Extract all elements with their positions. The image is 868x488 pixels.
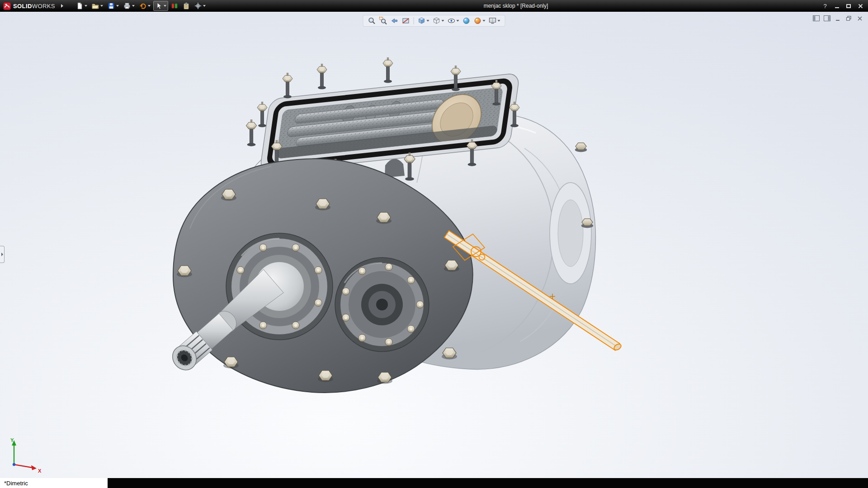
titlebar-controls: ? — [821, 0, 864, 12]
maximize-icon — [846, 4, 851, 8]
toolbar-separator — [414, 17, 414, 24]
dropdown-caret[interactable] — [427, 20, 429, 22]
graphics-viewport[interactable]: Y X — [0, 12, 868, 478]
select-cursor-icon — [155, 2, 162, 9]
triad-x-label: X — [38, 468, 42, 474]
apply-scene-button[interactable] — [473, 16, 486, 25]
dropdown-caret[interactable] — [457, 20, 459, 22]
doc-close-button[interactable] — [856, 15, 863, 22]
dropdown-caret[interactable] — [116, 5, 119, 7]
view-orientation-button[interactable] — [417, 16, 430, 25]
display-style-button[interactable] — [432, 16, 445, 25]
view-settings-button[interactable] — [488, 16, 501, 25]
maximize-button[interactable] — [844, 2, 853, 10]
gear-icon — [194, 2, 202, 9]
dropdown-caret[interactable] — [85, 5, 87, 7]
clipboard-icon — [183, 2, 190, 9]
dropdown-caret[interactable] — [498, 20, 500, 22]
view-settings-icon — [489, 17, 497, 25]
print-button[interactable] — [122, 1, 137, 11]
solidworks-app: { "titlebar": { "brand": { "bold": "SOLI… — [0, 0, 868, 488]
save-button[interactable] — [106, 1, 121, 11]
minimize-icon — [835, 7, 839, 8]
dropdown-caret[interactable] — [148, 5, 151, 7]
hide-show-items-button[interactable] — [447, 16, 460, 25]
file-properties-button[interactable] — [181, 1, 192, 11]
zoom-to-fit-button[interactable] — [367, 16, 377, 25]
help-button[interactable]: ? — [821, 2, 829, 10]
previous-view-button[interactable] — [390, 16, 400, 25]
undo-icon — [139, 2, 146, 9]
print-icon — [123, 2, 131, 9]
save-icon — [108, 2, 115, 9]
close-icon — [858, 4, 863, 9]
undo-button[interactable] — [137, 1, 152, 11]
rebuild-icon — [171, 2, 178, 9]
rebuild-button[interactable] — [169, 1, 180, 11]
input-bearing-boss[interactable] — [226, 233, 333, 340]
doc-restore-button[interactable] — [845, 15, 853, 22]
triad-y-label: Y — [10, 437, 14, 443]
document-window-controls — [812, 15, 863, 22]
close-button[interactable] — [856, 2, 864, 10]
doc-minimize-button[interactable] — [834, 15, 842, 22]
options-button[interactable] — [193, 1, 208, 11]
dropdown-caret[interactable] — [100, 5, 103, 7]
heads-up-view-toolbar — [363, 15, 505, 27]
previous-view-icon — [391, 17, 399, 25]
magnifier-area-icon — [379, 17, 387, 25]
view-cube-icon — [418, 17, 426, 25]
menu-expand-arrow[interactable] — [61, 4, 63, 8]
dropdown-caret[interactable] — [164, 5, 166, 7]
scene-ball-icon — [474, 17, 482, 25]
bottom-bar: *Dimetric — [0, 478, 868, 488]
open-folder-icon — [92, 2, 99, 9]
zoom-to-area-button[interactable] — [378, 16, 388, 25]
new-document-button[interactable] — [74, 1, 89, 11]
appearance-ball-icon — [462, 17, 471, 25]
new-document-icon — [76, 2, 83, 9]
magnifier-icon — [368, 17, 376, 25]
title-bar: SOLIDWORKS — [0, 0, 868, 12]
featuremanager-pane-toggle-button[interactable] — [812, 15, 820, 22]
dropdown-caret[interactable] — [203, 5, 206, 7]
chevron-left-icon — [1, 253, 3, 256]
select-button[interactable] — [153, 1, 168, 11]
open-button[interactable] — [90, 1, 105, 11]
window-title: menjac sklop * [Read-only] — [484, 0, 548, 12]
minimize-button[interactable] — [833, 2, 841, 10]
section-view-button[interactable] — [401, 16, 411, 25]
model-canvas[interactable] — [0, 12, 868, 478]
dropdown-caret[interactable] — [132, 5, 135, 7]
solidworks-logo-icon — [3, 2, 11, 10]
view-orientation-label: *Dimetric — [0, 478, 108, 488]
dropdown-caret[interactable] — [483, 20, 486, 22]
output-bearing-cover[interactable] — [335, 258, 429, 352]
main-toolbar — [74, 1, 208, 11]
edit-appearance-button[interactable] — [462, 16, 472, 25]
brand: SOLIDWORKS — [0, 2, 63, 10]
section-view-icon — [402, 17, 410, 25]
dropdown-caret[interactable] — [442, 20, 444, 22]
restore-icon — [846, 16, 852, 21]
brand-name: SOLIDWORKS — [13, 3, 55, 9]
close-icon — [857, 16, 863, 21]
display-style-icon — [433, 17, 441, 25]
orientation-triad: Y X — [6, 436, 45, 475]
panel-right-icon — [824, 15, 830, 21]
eye-icon — [448, 17, 456, 25]
minimize-icon — [835, 16, 841, 21]
display-pane-toggle-button[interactable] — [823, 15, 831, 22]
featuremanager-collapsed-tab[interactable] — [0, 246, 5, 263]
view-label-text: *Dimetric — [4, 480, 28, 487]
panel-left-icon — [813, 15, 820, 21]
